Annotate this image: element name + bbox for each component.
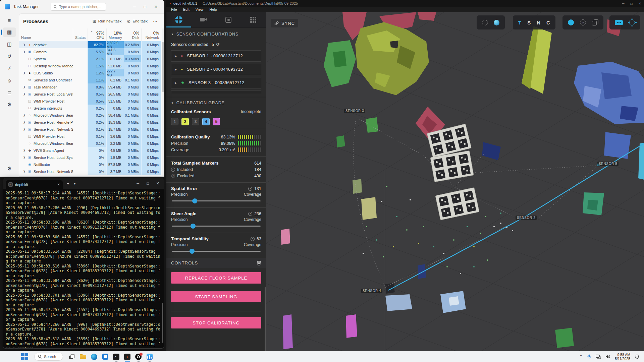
task-manager-search-box[interactable] [51,3,106,11]
task-view-button[interactable] [66,352,77,362]
table-row[interactable]: ❯◗depthkit82.7%2,802.9 MB0.2 MB/s0 Mbps [19,41,162,48]
expand-caret-icon[interactable]: ❯ [23,149,26,152]
terminal-tab[interactable]: >_ depthkit ✕ [6,180,63,189]
taskbar-search[interactable]: Search [34,353,63,361]
table-scrollbar[interactable] [162,28,164,176]
expand-caret-icon[interactable]: ▶ [175,55,177,58]
sidebar-item-details[interactable]: ≣ [3,88,16,97]
tab-close-icon[interactable]: ✕ [57,183,60,186]
column-name[interactable]: Name [21,36,71,40]
minimize-icon[interactable]: ─ [137,181,139,186]
microsoft-store-button[interactable] [100,352,111,362]
end-task-button[interactable]: ⊘ End task [124,17,150,25]
depthkit-titlebar[interactable]: ◗ depthkit v0.8.1 - C:/Users/3DLabAssist… [166,0,644,7]
refresh-icon[interactable]: ⟳ [216,42,220,47]
table-row[interactable]: ❯◆VIVE Steam Agent0%4.5 MB0 MB/s0 Mbps [19,147,162,154]
maximize-icon[interactable]: □ [147,181,149,186]
tab-capture[interactable] [191,12,216,27]
table-row[interactable]: ❯◌Microsoft Windows Search In...0.2%38.4… [19,112,162,119]
mode-button-s[interactable]: S [527,20,531,25]
tab-record[interactable] [216,12,241,27]
table-row[interactable]: ⊡Desktop Window Manager1.5%52.0 MB0 MB/s… [19,62,162,69]
table-header[interactable]: Name Status ⌄ 97% CPU 18% Memory [19,28,162,41]
close-icon[interactable]: ✕ [154,4,158,9]
stop-calibrating-button[interactable]: STOP CALIBRATING [171,317,261,328]
mode-button-c[interactable]: C [546,20,550,25]
expand-caret-icon[interactable]: ▶ [175,68,177,71]
table-row[interactable]: ❯▣Service Host: Local System0.5%26.5 MB0… [19,90,162,98]
table-row[interactable]: ❯▥Task Manager0.8%59.4 MB0 MB/s0 Mbps [19,83,162,90]
taskbar-clock[interactable]: 9:58 AM 5/11/2025 [615,353,630,361]
sensor-row[interactable]: ▶★SENSOR 3 - 000896512712 [171,77,261,88]
slider-temporal-stability[interactable] [171,248,261,254]
sidebar-item-menu[interactable]: ≡ [3,15,16,25]
menu-edit[interactable]: Edit [180,7,192,11]
sidebar-item-users[interactable]: ☺ [3,76,16,85]
volume-icon[interactable] [605,355,610,359]
expand-caret-icon[interactable]: ❯ [23,50,26,53]
terminal-log-output[interactable]: 2025-05-11 09:58:17.214 WARN [4552] [Dep… [3,189,164,349]
terminal-scrollbar[interactable] [162,303,163,343]
expand-caret-icon[interactable]: ❯ [23,128,26,131]
run-new-task-button[interactable]: ⊞ Run new task [90,17,124,25]
sync-button[interactable]: SYNC [271,19,298,27]
tab-calibrate[interactable] [166,12,191,27]
table-row[interactable]: ▤WMI Provider Host0.5%31.5 MB0 MB/s0 Mbp… [19,98,162,105]
tab-edit[interactable] [241,12,266,27]
table-row[interactable]: ⊡System2.1%0.1 MB0.3 MB/s0 Mbps [19,55,162,62]
start-button[interactable] [19,352,30,362]
column-memory[interactable]: Memory [109,36,122,40]
depthkit-taskbar-button[interactable]: ◗ [122,352,133,362]
column-cpu[interactable]: CPU [90,36,104,40]
expand-caret-icon[interactable]: ❯ [23,156,26,159]
calibrated-sensor-chip[interactable]: 5 [213,118,220,125]
file-explorer-button[interactable] [77,352,89,362]
table-row[interactable]: ◉Notificator0%57.8 MB0 MB/s0 Mbps [19,161,162,168]
slider-sheer-angle[interactable] [171,223,261,229]
close-icon[interactable]: ✕ [639,2,641,5]
expand-caret-icon[interactable]: ❯ [23,93,26,96]
ir-stream-icon[interactable]: IR [580,19,586,25]
sidebar-item-performance[interactable]: ◫ [3,40,16,49]
table-row[interactable]: ❯▣Service Host: Local System0%1.5 MB0 MB… [19,154,162,161]
calibrated-sensor-chip[interactable]: 2 [181,118,189,125]
expand-caret-icon[interactable]: ❯ [23,43,26,46]
table-row[interactable]: ❯▣Service Host: Remote Procedu...0.2%15.… [19,119,162,126]
obs-taskbar-button[interactable] [133,352,144,362]
calibrated-sensor-chip[interactable]: 1 [171,118,178,125]
table-row[interactable]: ❯▣Camera5.5%341.6 MB0 MB/s0 Mbps [19,48,162,55]
start-sampling-button[interactable]: START SAMPLING [171,291,261,302]
expand-caret-icon[interactable]: ❯ [23,170,26,173]
replace-floor-sample-button[interactable]: REPLACE FLOOR SAMPLE [171,272,261,284]
column-disk[interactable]: Disk [126,36,139,40]
tab-dropdown-icon[interactable]: ▼ [73,182,76,185]
table-row[interactable]: ❯▣Service Host: Network Service0%3.7 MB0… [19,168,162,175]
sensor-row[interactable]: ▶●SENSOR 2 - 000044693712 [171,64,261,75]
overlay-layers-icon[interactable] [592,19,598,25]
slider-knob[interactable] [190,249,195,254]
minimize-icon[interactable]: ─ [133,4,136,9]
notification-bell-icon[interactable] [635,354,639,359]
table-row[interactable]: ◌Microsoft Windows Search Pr...0.1%2.2 M… [19,140,162,147]
slider-knob[interactable] [192,198,197,203]
sidebar-item-app-history[interactable]: ↺ [3,52,16,61]
network-icon[interactable] [596,355,601,359]
recenter-view-icon[interactable] [629,19,635,25]
minimize-icon[interactable]: ─ [622,2,624,5]
expand-caret-icon[interactable]: ❯ [23,114,26,117]
more-options-button[interactable]: ⋯ [150,19,160,24]
microphone-icon[interactable] [587,354,591,359]
maximize-icon[interactable]: □ [631,2,633,5]
sidebar-item-startup-apps[interactable]: ⚡ [3,64,16,73]
table-row[interactable]: ⊡System interrupts0.2%0 MB0 MB/s0 Mbps [19,105,162,112]
point-cloud-viewport[interactable]: SYNC TSNC IR SENSOR 3 SENSOR 5 [266,12,644,351]
sensor-row[interactable]: ▶●SENSOR 1 - 000981312712 [171,50,261,62]
sensor-configurations-header[interactable]: ▼ SENSOR CONFIGURATIONS [171,32,261,37]
color-stream-icon[interactable] [568,19,574,25]
expand-caret-icon[interactable]: ❯ [23,121,26,124]
edge-button[interactable] [89,352,100,362]
slider-spatial-error[interactable] [171,197,261,204]
panel-scrollbar[interactable] [265,287,266,351]
stereo-camera-icon[interactable] [615,20,623,25]
calibration-grade-header[interactable]: ▼ CALIBRATION GRADE [171,101,261,105]
